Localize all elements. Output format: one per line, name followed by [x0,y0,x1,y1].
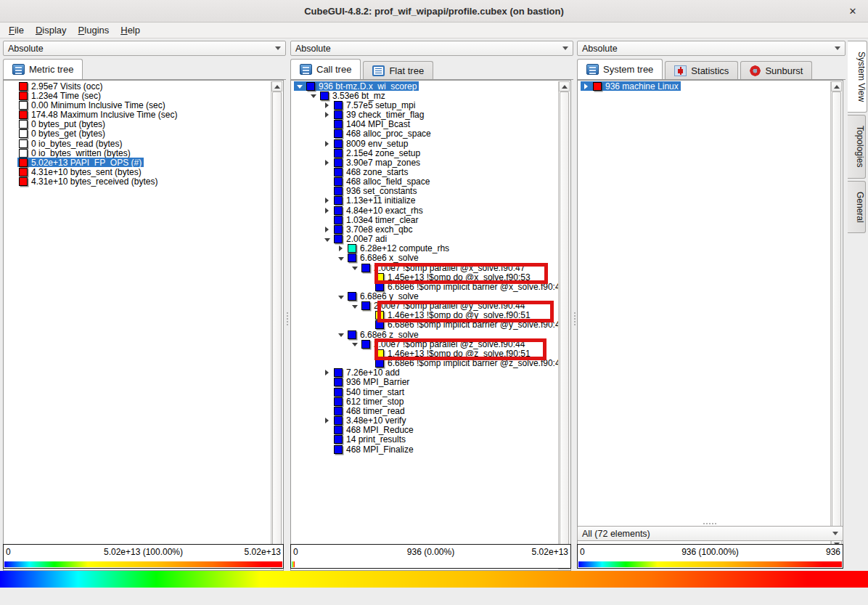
tree-row[interactable]: 468 alloc_field_space [291,177,559,187]
tree-row[interactable]: 540 timer_start [291,387,559,397]
close-icon[interactable]: ✕ [846,4,859,17]
system-vertical-scrollbar[interactable] [830,81,842,549]
tree-row[interactable]: 2.00e7 !$omp parallel @y_solve.f90:44 [291,301,559,311]
tree-row[interactable]: 936 set_constants [291,187,559,196]
tree-row[interactable]: 0 bytes_get (bytes) [4,129,271,139]
tree-row[interactable]: 6.28e+12 compute_rhs [291,244,559,253]
scrollbar-thumb[interactable] [560,92,569,559]
tab-call-tree[interactable]: Call tree [290,59,361,79]
tree-row[interactable]: 4.31e+10 bytes_received (bytes) [4,177,271,187]
collapse-arrow-icon[interactable] [335,292,346,301]
tree-row[interactable]: 468 MPI_Finalize [291,444,559,454]
tree-row[interactable]: 468 MPI_Reduce [291,426,559,435]
tree-row[interactable]: 1.13e+11 initialize [291,196,559,206]
expand-arrow-icon[interactable] [322,416,332,426]
scrollbar-thumb[interactable] [832,92,841,539]
metric-vertical-scrollbar[interactable] [271,81,282,569]
tab-sunburst[interactable]: Sunburst [740,61,812,79]
tree-row[interactable]: 5.02e+13 PAPI_FP_OPS (#) [4,158,271,167]
tree-row[interactable]: 4.31e+10 bytes_sent (bytes) [4,167,271,176]
metric-value-mode-select[interactable]: Absolute [3,41,286,56]
tree-row[interactable]: 1.45e+13 !$omp do @x_solve.f90:53 [291,272,559,282]
scroll-up-button[interactable] [831,81,842,92]
collapse-arrow-icon[interactable] [308,91,319,100]
collapse-arrow-icon[interactable] [294,81,305,91]
tree-row[interactable]: 6.68e6 !$omp implicit barrier @y_solve.f… [291,320,559,330]
side-tab-general[interactable]: General [848,181,866,234]
tree-row[interactable]: 2.15e4 zone_setup [291,148,559,158]
menu-plugins[interactable]: Plugins [73,23,115,37]
menu-file[interactable]: File [3,23,30,37]
expand-arrow-icon[interactable] [322,100,332,110]
tree-row[interactable]: 0 io_bytes_read (bytes) [4,139,271,148]
tab-statistics[interactable]: Statistics [665,61,738,79]
tree-row[interactable]: 3.53e6 bt_mz [291,91,559,100]
expand-arrow-icon[interactable] [335,244,346,253]
tree-row[interactable]: 1.23e4 Time (sec) [4,91,271,100]
collapse-arrow-icon[interactable] [335,253,346,263]
scroll-up-button[interactable] [271,81,282,92]
tree-row[interactable]: 39 check_timer_flag [291,110,559,119]
tree-row[interactable]: 2.00e7 !$omp parallel @x_solve.f90:47 [291,263,559,272]
tree-row[interactable]: 936 machine Linux [578,81,831,91]
tree-row[interactable]: 7.57e5 setup_mpi [291,100,559,110]
splitter-handle[interactable] [287,312,288,314]
tree-row[interactable]: 6.68e6 y_solve [291,291,559,301]
expand-arrow-icon[interactable] [322,158,332,167]
tree-row[interactable]: 3.90e7 map_zones [291,158,559,167]
system-filter-select[interactable]: All (72 elements) [577,526,843,541]
collapse-arrow-icon[interactable] [349,339,360,349]
tree-row[interactable]: 6.68e6 !$omp implicit barrier @z_solve.f… [291,359,559,368]
tree-row[interactable]: 0.00 Minimum Inclusive Time (sec) [4,100,271,110]
splitter-handle[interactable] [703,523,705,524]
scroll-up-button[interactable] [559,81,570,92]
tree-row[interactable]: 2.00e7 !$omp parallel @z_solve.f90:44 [291,339,559,349]
splitter-handle[interactable] [574,312,576,314]
expand-arrow-icon[interactable] [322,196,332,206]
tree-row[interactable]: 0 io_bytes_written (bytes) [4,148,271,158]
tree-row[interactable]: 1.46e+13 !$omp do @z_solve.f90:51 [291,349,559,358]
collapse-arrow-icon[interactable] [349,301,360,311]
call-value-mode-select[interactable]: Absolute [290,41,573,56]
tree-row[interactable]: 6.68e6 !$omp implicit barrier @x_solve.f… [291,282,559,291]
tree-row[interactable]: 468 timer_read [291,406,559,415]
tree-row[interactable]: 3.48e+10 verify [291,415,559,425]
side-tab-topologies[interactable]: Topologies [848,115,866,178]
tree-row[interactable]: 8009 env_setup [291,139,559,148]
tree-row[interactable]: 6.68e6 z_solve [291,330,559,339]
menu-help[interactable]: Help [115,23,146,37]
call-vertical-scrollbar[interactable] [558,81,570,569]
tree-row[interactable]: 7.26e+10 add [291,368,559,378]
expand-arrow-icon[interactable] [322,368,332,378]
tree-row[interactable]: 174.48 Maximum Inclusive Time (sec) [4,110,271,119]
menu-display[interactable]: Display [30,23,73,37]
tree-row[interactable]: 2.00e7 adi [291,235,559,244]
tab-metric-tree[interactable]: Metric tree [3,59,83,79]
tab-flat-tree[interactable]: Flat tree [363,61,433,79]
side-tab-system-view[interactable]: System View [848,41,867,113]
tree-row[interactable]: 468 zone_starts [291,167,559,176]
expand-arrow-icon[interactable] [581,81,591,91]
tree-row[interactable]: 14 print_results [291,435,559,444]
tree-row[interactable]: 2.95e7 Visits (occ) [4,81,271,91]
tree-row[interactable]: 612 timer_stop [291,397,559,406]
expand-arrow-icon[interactable] [322,139,332,148]
collapse-arrow-icon[interactable] [335,330,346,339]
tree-row[interactable]: 0 bytes_put (bytes) [4,120,271,129]
system-value-mode-select[interactable]: Absolute [577,41,846,56]
expand-arrow-icon[interactable] [322,206,332,215]
tree-row[interactable]: 1.46e+13 !$omp do @y_solve.f90:51 [291,311,559,320]
tree-row[interactable]: 3.70e8 exch_qbc [291,224,559,234]
tree-row[interactable]: 936 MPI_Barrier [291,378,559,387]
tree-row[interactable]: 6.68e6 x_solve [291,253,559,263]
tree-row[interactable]: 1404 MPI_Bcast [291,120,559,129]
tree-row[interactable]: 1.03e4 timer_clear [291,215,559,224]
tree-row[interactable]: 468 alloc_proc_space [291,129,559,139]
collapse-arrow-icon[interactable] [322,235,332,244]
tab-system-tree[interactable]: System tree [577,59,663,79]
expand-arrow-icon[interactable] [322,110,332,120]
expand-arrow-icon[interactable] [322,224,332,234]
tree-row[interactable]: 4.84e+10 exact_rhs [291,206,559,215]
scrollbar-thumb[interactable] [272,92,282,559]
collapse-arrow-icon[interactable] [349,263,360,272]
